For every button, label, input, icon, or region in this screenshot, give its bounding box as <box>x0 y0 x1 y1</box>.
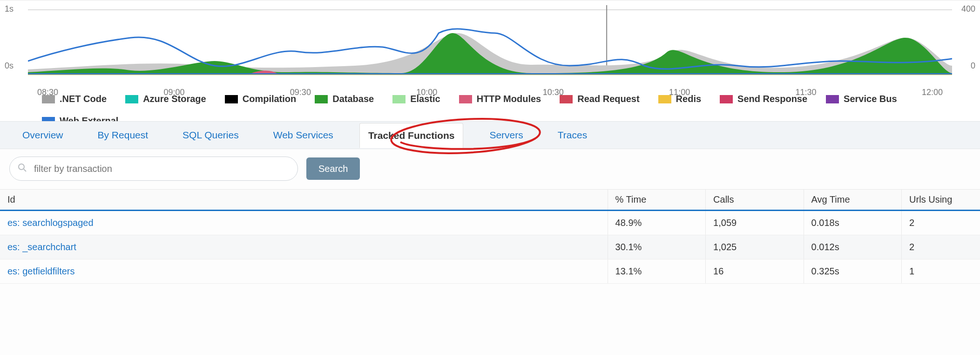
x-tick: 10:30 <box>543 88 564 97</box>
cell-urls-using: 2 <box>902 211 980 235</box>
tab-traces[interactable]: Traces <box>549 123 595 147</box>
chart-svg <box>28 5 952 84</box>
cell-urls-using: 1 <box>902 259 980 284</box>
x-axis-ticks: 08:30 09:00 09:30 10:00 10:30 11:00 11:3… <box>28 88 952 97</box>
table-row: es: getfieldfilters13.1%160.325s1 <box>0 259 980 284</box>
x-tick: 09:00 <box>163 88 184 97</box>
col-id[interactable]: Id <box>0 190 608 211</box>
x-tick: 09:30 <box>290 88 311 97</box>
function-link[interactable]: es: searchlogspaged <box>7 218 94 228</box>
table-header-row: Id % Time Calls Avg Time Urls Using <box>0 190 980 211</box>
tab-overview[interactable]: Overview <box>14 123 72 147</box>
svg-rect-3 <box>28 73 952 75</box>
chart-canvas[interactable]: 08:30 09:00 09:30 10:00 10:30 11:00 11:3… <box>28 5 952 84</box>
y-axis-left-top: 1s <box>5 4 14 14</box>
cell-calls: 1,059 <box>706 211 804 235</box>
col-urls-using[interactable]: Urls Using <box>902 190 980 211</box>
filter-row: Search <box>0 149 980 189</box>
tab-sql-queries[interactable]: SQL Queries <box>174 123 247 147</box>
cell-pct-time: 30.1% <box>608 235 706 259</box>
col-calls[interactable]: Calls <box>706 190 804 211</box>
timeseries-chart: 1s 0s 400 0 08:30 09:00 09:30 10:00 <box>0 0 980 121</box>
y-axis-right-bottom: 0 <box>971 61 975 71</box>
tabs-bar: OverviewBy RequestSQL QueriesWeb Service… <box>0 121 980 149</box>
x-tick: 10:00 <box>416 88 437 97</box>
cell-calls: 1,025 <box>706 235 804 259</box>
x-tick: 11:00 <box>669 88 690 97</box>
svg-line-6 <box>24 169 26 171</box>
tab-servers[interactable]: Servers <box>481 123 531 147</box>
function-link[interactable]: es: getfieldfilters <box>7 266 75 276</box>
cell-calls: 16 <box>706 259 804 284</box>
table-row: es: searchlogspaged48.9%1,0590.018s2 <box>0 211 980 235</box>
x-tick: 08:30 <box>37 88 58 97</box>
tab-web-services[interactable]: Web Services <box>265 123 342 147</box>
search-icon <box>18 163 27 174</box>
cell-urls-using: 2 <box>902 235 980 259</box>
filter-by-transaction-input[interactable] <box>9 157 298 181</box>
cell-avg-time: 0.325s <box>804 259 902 284</box>
tracked-functions-table: Id % Time Calls Avg Time Urls Using es: … <box>0 189 980 284</box>
cell-pct-time: 13.1% <box>608 259 706 284</box>
y-axis-left-bottom: 0s <box>5 61 14 71</box>
col-pct-time[interactable]: % Time <box>608 190 706 211</box>
cell-pct-time: 48.9% <box>608 211 706 235</box>
x-tick: 11:30 <box>796 88 817 97</box>
y-axis-right-top: 400 <box>961 4 975 14</box>
svg-point-5 <box>19 164 24 170</box>
tab-tracked-functions[interactable]: Tracked Functions <box>359 123 464 148</box>
table-row: es: _searchchart30.1%1,0250.012s2 <box>0 235 980 259</box>
search-button[interactable]: Search <box>306 157 360 180</box>
col-avg-time[interactable]: Avg Time <box>804 190 902 211</box>
x-tick: 12:00 <box>922 88 943 97</box>
cell-avg-time: 0.018s <box>804 211 902 235</box>
tab-by-request[interactable]: By Request <box>89 123 157 147</box>
filter-input-wrap <box>9 157 298 181</box>
function-link[interactable]: es: _searchchart <box>7 242 76 252</box>
cell-avg-time: 0.012s <box>804 235 902 259</box>
